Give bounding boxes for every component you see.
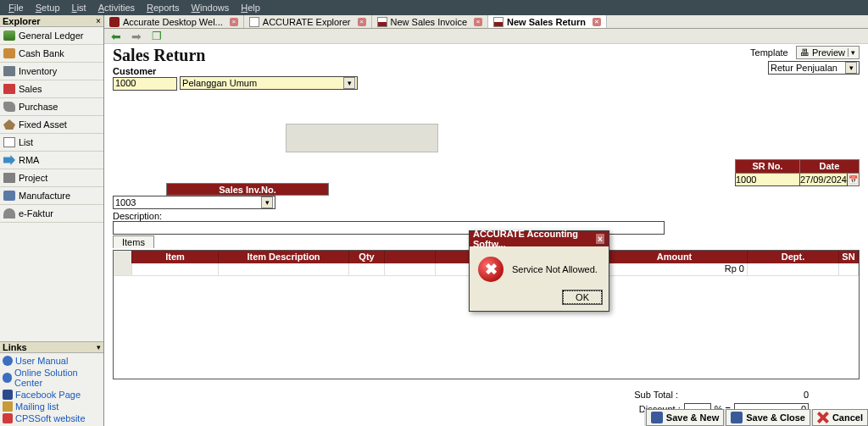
help-icon xyxy=(3,356,13,366)
col-qty: Qty xyxy=(349,251,385,263)
nav-label: e-Faktur xyxy=(19,208,53,219)
nav-sales[interactable]: Sales xyxy=(0,80,103,98)
copy-button[interactable]: ❐ xyxy=(150,30,164,43)
error-icon: ✖ xyxy=(478,257,504,282)
dropdown-icon: ▾ xyxy=(261,196,273,208)
help-icon xyxy=(3,373,12,383)
tab-welcome[interactable]: Accurate Desktop Wel...× xyxy=(104,15,244,28)
date-header: Date xyxy=(799,160,859,174)
app-icon xyxy=(109,17,120,27)
template-label: Template xyxy=(750,47,788,58)
cancel-button[interactable]: Cancel xyxy=(812,409,868,426)
subtotal-label: Sub Total : xyxy=(624,390,678,400)
items-tab[interactable]: Items xyxy=(113,235,154,248)
ledger-icon xyxy=(3,30,15,41)
col-dept: Dept. xyxy=(748,251,839,263)
nav-cash-bank[interactable]: Cash Bank xyxy=(0,45,103,63)
forward-button[interactable]: ➡ xyxy=(130,30,143,43)
menu-bar[interactable]: File Setup List Activities Reports Windo… xyxy=(0,0,868,15)
nav-purchase[interactable]: Purchase xyxy=(0,98,103,116)
nav-label: Project xyxy=(19,173,47,183)
doc-icon xyxy=(249,17,259,27)
customer-id-input[interactable]: 1000 xyxy=(113,77,177,91)
cancel-icon xyxy=(817,412,829,423)
explorer-close-icon[interactable]: × xyxy=(96,16,101,25)
nav-label: Purchase xyxy=(19,102,58,112)
purchase-icon xyxy=(3,102,15,112)
sales-inv-select[interactable]: 1003▾ xyxy=(113,196,275,209)
tab-close-icon[interactable]: × xyxy=(474,18,482,26)
dropdown-icon: ▾ xyxy=(845,62,857,74)
link-mailing-list[interactable]: Mailing list xyxy=(3,401,101,412)
facebook-icon xyxy=(3,390,13,400)
tab-sales-invoice[interactable]: New Sales Invoice× xyxy=(372,15,489,28)
col-desc: Item Description xyxy=(219,251,349,263)
sales-return-page: Sales Return Customer 1000 Pelanggan Umu… xyxy=(104,44,868,426)
mail-icon xyxy=(3,401,13,412)
link-user-manual[interactable]: User Manual xyxy=(3,355,101,367)
sr-date-block: SR No. Date 1000 27/09/2024 📅 xyxy=(735,159,860,186)
sr-no-input[interactable]: 1000 xyxy=(735,174,799,186)
col-item: Item xyxy=(132,251,219,263)
nav-general-ledger[interactable]: General Ledger xyxy=(0,27,103,45)
nav-label: General Ledger xyxy=(19,30,83,41)
subtotal-value: 0 xyxy=(682,390,809,400)
efaktur-icon xyxy=(3,208,15,219)
tab-explorer[interactable]: ACCURATE Explorer× xyxy=(244,15,372,28)
nav-efaktur[interactable]: e-Faktur xyxy=(0,205,103,223)
nav-manufacture[interactable]: Manufacture xyxy=(0,187,103,205)
ok-button[interactable]: OK xyxy=(563,290,602,304)
cell-amount: Rp 0 xyxy=(602,263,748,275)
preview-button[interactable]: 🖶 Preview ▾ xyxy=(796,46,860,59)
menu-file[interactable]: File xyxy=(3,2,29,14)
links-toggle-icon[interactable]: ▾ xyxy=(97,343,101,351)
save-icon xyxy=(651,412,663,423)
tab-close-icon[interactable]: × xyxy=(593,18,601,26)
web-icon xyxy=(3,413,13,423)
menu-reports[interactable]: Reports xyxy=(142,2,185,14)
nav-label: Cash Bank xyxy=(19,48,64,58)
links-list: User Manual Online Solution Center Faceb… xyxy=(0,353,103,426)
menu-windows[interactable]: Windows xyxy=(186,2,235,14)
tab-sales-return[interactable]: New Sales Return× xyxy=(488,15,607,28)
nav-label: RMA xyxy=(19,155,39,165)
error-dialog: ACCURATE Accounting Softw... × ✖ Service… xyxy=(469,230,609,312)
menu-setup[interactable]: Setup xyxy=(31,2,65,14)
dropdown-icon[interactable]: ▾ xyxy=(848,48,855,57)
template-select[interactable]: Retur Penjualan▾ xyxy=(768,61,860,75)
tab-close-icon[interactable]: × xyxy=(230,18,238,26)
nav-project[interactable]: Project xyxy=(0,169,103,187)
nav-label: Fixed Asset xyxy=(19,119,67,130)
calendar-icon[interactable]: 📅 xyxy=(848,174,860,186)
dialog-title: ACCURATE Accounting Softw... xyxy=(473,229,595,249)
back-button[interactable]: ⬅ xyxy=(109,30,123,43)
invoice-icon xyxy=(377,17,387,27)
nav-label: List xyxy=(19,137,33,147)
tab-close-icon[interactable]: × xyxy=(358,18,366,26)
save-close-button[interactable]: Save & Close xyxy=(726,409,810,426)
sales-inv-header: Sales Inv.No. xyxy=(166,183,329,196)
link-facebook[interactable]: Facebook Page xyxy=(3,389,101,401)
explorer-title: Explorer xyxy=(3,16,41,26)
menu-activities[interactable]: Activities xyxy=(93,2,140,14)
sales-icon xyxy=(3,84,15,94)
nav-inventory[interactable]: Inventory xyxy=(0,63,103,80)
sr-no-header: SR No. xyxy=(735,160,799,174)
toolbar: ⬅ ➡ ❐ xyxy=(104,29,868,44)
link-solution-center[interactable]: Online Solution Center xyxy=(3,367,101,389)
save-new-button[interactable]: Save & New xyxy=(646,409,724,426)
nav-rma[interactable]: RMA xyxy=(0,152,103,169)
link-cpssoft[interactable]: CPSSoft website xyxy=(3,412,101,424)
menu-list[interactable]: List xyxy=(67,2,92,14)
date-input[interactable]: 27/09/2024 xyxy=(799,174,847,186)
footer-buttons: Save & New Save & Close Cancel xyxy=(644,409,868,426)
dialog-close-icon[interactable]: × xyxy=(595,233,605,245)
col-amount: Amount xyxy=(602,251,748,263)
list-icon xyxy=(3,137,15,147)
customer-name-select[interactable]: Pelanggan Umum▾ xyxy=(180,76,358,90)
explorer-panel: Explorer × General Ledger Cash Bank Inve… xyxy=(0,15,104,426)
printer-icon: 🖶 xyxy=(800,47,810,58)
menu-help[interactable]: Help xyxy=(236,2,265,14)
nav-list[interactable]: List xyxy=(0,134,103,152)
nav-fixed-asset[interactable]: Fixed Asset xyxy=(0,116,103,134)
